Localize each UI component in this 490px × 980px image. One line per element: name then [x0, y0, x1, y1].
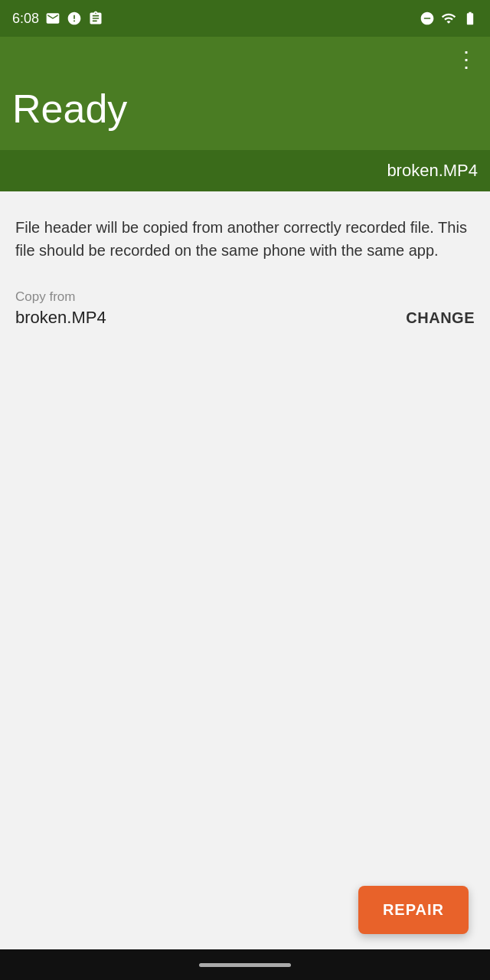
- status-time: 6:08: [12, 11, 39, 27]
- description-text: File header will be copied from another …: [15, 216, 475, 262]
- file-name-label: broken.MP4: [387, 161, 478, 180]
- bottom-bar: [0, 949, 490, 980]
- content-area: File header will be copied from another …: [0, 191, 490, 789]
- app-bar-title: Ready: [12, 86, 478, 132]
- battery-icon: [462, 11, 478, 26]
- copy-from-row: broken.MP4 CHANGE: [15, 308, 475, 328]
- file-name-bar: broken.MP4: [0, 150, 490, 191]
- status-right: [420, 11, 478, 26]
- wifi-icon: [441, 11, 456, 26]
- repair-button[interactable]: REPAIR: [358, 886, 469, 934]
- overflow-menu-button[interactable]: ⋮: [456, 49, 478, 70]
- copy-from-label: Copy from: [15, 289, 475, 305]
- status-left: 6:08: [12, 11, 103, 27]
- notification-icon: [67, 11, 82, 26]
- change-button[interactable]: CHANGE: [406, 309, 475, 327]
- home-indicator: [199, 963, 291, 967]
- clipboard-icon: [88, 11, 103, 26]
- copy-from-section: Copy from broken.MP4 CHANGE: [15, 289, 475, 328]
- copy-from-filename: broken.MP4: [15, 308, 106, 328]
- app-bar: ⋮ Ready: [0, 37, 490, 150]
- status-bar: 6:08: [0, 0, 490, 37]
- do-not-disturb-icon: [420, 11, 435, 26]
- gmail-icon: [45, 11, 60, 26]
- app-bar-top: ⋮: [12, 49, 478, 70]
